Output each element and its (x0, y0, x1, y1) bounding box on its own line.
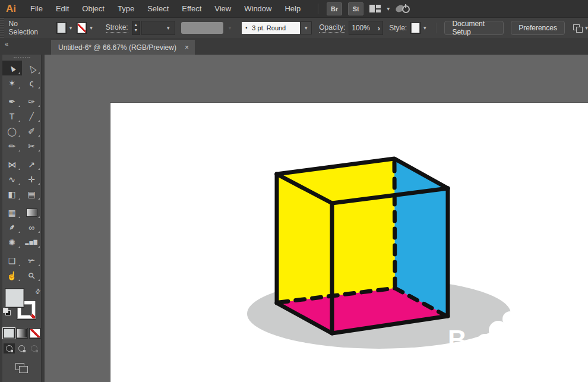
selection-status: No Selection (9, 20, 42, 36)
width-profile-chevron-icon: ▾ (227, 24, 233, 32)
select-similar-chevron-icon[interactable]: ▾ (585, 25, 588, 31)
paint-color-button[interactable] (3, 328, 15, 339)
cube-artwork[interactable]: B (110, 103, 588, 382)
tool-width[interactable]: ∿ (2, 172, 22, 187)
tool-scale[interactable]: ↗ (22, 157, 42, 172)
paint-none-button[interactable] (29, 328, 41, 339)
tools-panel: ▲△✶ς✒✑T╱◯✐✏✂⋈↗∿✛◧▤▦✒∞✺▂▅▇❏✃☝⚲ ⇄ (2, 55, 42, 382)
tool-selection[interactable]: ▲ (2, 61, 22, 75)
tool-scissors[interactable]: ✂ (22, 138, 42, 153)
tool-perspective-grid[interactable]: ▤ (22, 187, 42, 201)
opacity-field[interactable]: 100% › (349, 21, 383, 35)
tool-slice[interactable]: ✃ (22, 253, 42, 268)
stroke-label[interactable]: Stroke: (106, 23, 128, 33)
default-fill-stroke-icon[interactable] (3, 308, 10, 315)
artboard[interactable]: B (110, 102, 588, 382)
tool-lasso[interactable]: ς (22, 75, 42, 90)
tool-ellipse[interactable]: ◯ (2, 124, 22, 138)
shape-builder-tool-icon: ◧ (8, 190, 15, 198)
select-similar-control[interactable]: ▾ (573, 24, 588, 32)
fill-chevron-icon[interactable]: ▾ (68, 24, 74, 32)
brush-definition-dropdown[interactable]: • 3 pt. Round ▾ (242, 21, 312, 34)
stroke-weight-field[interactable]: ▾ (141, 21, 175, 35)
tool-gradient[interactable] (22, 205, 42, 220)
scale-tool-icon: ↗ (28, 160, 35, 169)
bridge-button[interactable]: Br (327, 2, 342, 15)
pasteboard[interactable]: B (45, 55, 588, 382)
fill-color-swatch[interactable] (56, 22, 67, 34)
mesh-tool-icon: ▦ (8, 209, 15, 217)
tool-mesh[interactable]: ▦ (2, 205, 22, 220)
menu-type[interactable]: Type (111, 4, 141, 13)
tool-pencil[interactable]: ✏ (2, 138, 22, 153)
cube-left-face (277, 159, 395, 303)
tool-curvature[interactable]: ✑ (22, 94, 42, 109)
paintbrush-tool-icon: ✐ (28, 127, 35, 135)
document-tab[interactable]: Untitled-6* @ 66.67% (RGB/Preview) × (51, 40, 195, 55)
brush-chevron-icon[interactable]: ▾ (303, 24, 309, 32)
ellipse-tool-icon: ◯ (7, 127, 17, 135)
menu-file[interactable]: File (24, 4, 49, 13)
style-swatch[interactable] (410, 22, 421, 34)
workspace-switcher-icon[interactable] (369, 5, 381, 12)
tool-shape-builder[interactable]: ◧ (2, 187, 22, 201)
tool-zoom[interactable]: ⚲ (22, 268, 42, 283)
opacity-label[interactable]: Opacity: (319, 23, 345, 33)
workspace-chevron-icon[interactable]: ▾ (387, 6, 390, 12)
selection-tool-icon: ▲ (6, 62, 18, 74)
menu-window[interactable]: Window (238, 4, 278, 13)
brush-dot-icon: • (245, 25, 247, 31)
style-chevron-icon[interactable]: ▾ (422, 24, 428, 32)
swap-fill-stroke-icon[interactable]: ⇄ (33, 287, 43, 296)
draw-normal-button[interactable] (4, 343, 15, 353)
stock-button[interactable]: St (348, 2, 363, 15)
tool-hand[interactable]: ☝ (2, 268, 22, 283)
scissors-tool-icon: ✂ (28, 142, 35, 150)
preferences-button[interactable]: Preferences (511, 21, 565, 35)
panel-grip[interactable] (0, 18, 4, 38)
stroke-weight-stepper[interactable]: ▴ ▾ (132, 21, 140, 35)
fill-swatch[interactable] (5, 289, 24, 307)
select-similar-icon[interactable] (573, 24, 583, 32)
style-label: Style: (389, 24, 407, 32)
tool-symbol-sprayer[interactable]: ✺ (2, 235, 22, 250)
drawing-modes-row (2, 343, 41, 353)
tool-eyedropper[interactable]: ✒ (2, 220, 22, 235)
menu-edit[interactable]: Edit (49, 4, 75, 13)
collapse-panel-icon[interactable]: « (0, 39, 51, 55)
stroke-weight-chevron-icon[interactable]: ▾ (165, 24, 172, 32)
stepper-down-icon[interactable]: ▾ (135, 28, 137, 33)
tool-type[interactable]: T (2, 109, 22, 124)
document-setup-button[interactable]: Document Setup (444, 21, 504, 35)
tab-close-icon[interactable]: × (185, 43, 189, 52)
paint-gradient-button[interactable] (16, 328, 28, 339)
tool-line-segment[interactable]: ╱ (22, 109, 42, 124)
tool-blend[interactable]: ∞ (22, 220, 42, 235)
cs-live-icon[interactable] (396, 4, 411, 14)
menu-object[interactable]: Object (75, 4, 111, 13)
curvature-tool-icon: ✑ (28, 97, 35, 106)
tool-column-graph[interactable]: ▂▅▇ (22, 235, 42, 250)
change-screen-mode-icon[interactable] (15, 363, 29, 374)
stroke-chevron-icon[interactable]: ▾ (88, 24, 94, 32)
symbol-sprayer-tool-icon: ✺ (8, 238, 15, 247)
stroke-color-swatch[interactable] (77, 22, 87, 34)
tool-reflect[interactable]: ⋈ (2, 157, 22, 172)
tool-magic-wand[interactable]: ✶ (2, 75, 22, 90)
menu-effect[interactable]: Effect (175, 4, 208, 13)
opacity-arrow-icon[interactable]: › (378, 24, 380, 33)
tool-puppet-warp[interactable]: ✛ (22, 172, 42, 187)
tool-direct-selection[interactable]: △ (22, 61, 42, 75)
menu-help[interactable]: Help (278, 4, 307, 13)
menu-select[interactable]: Select (141, 4, 175, 13)
draw-behind-button[interactable] (16, 343, 27, 353)
menu-view[interactable]: View (208, 4, 238, 13)
tools-panel-grip[interactable] (14, 57, 30, 58)
draw-inside-button (29, 343, 40, 353)
tool-paintbrush[interactable]: ✐ (22, 124, 42, 138)
watermark-letter: B (448, 325, 467, 354)
tool-artboard[interactable]: ❏ (2, 253, 22, 268)
fill-stroke-widget: ⇄ (4, 289, 40, 322)
opacity-value: 100% (352, 24, 370, 32)
tool-pen[interactable]: ✒ (2, 94, 22, 109)
